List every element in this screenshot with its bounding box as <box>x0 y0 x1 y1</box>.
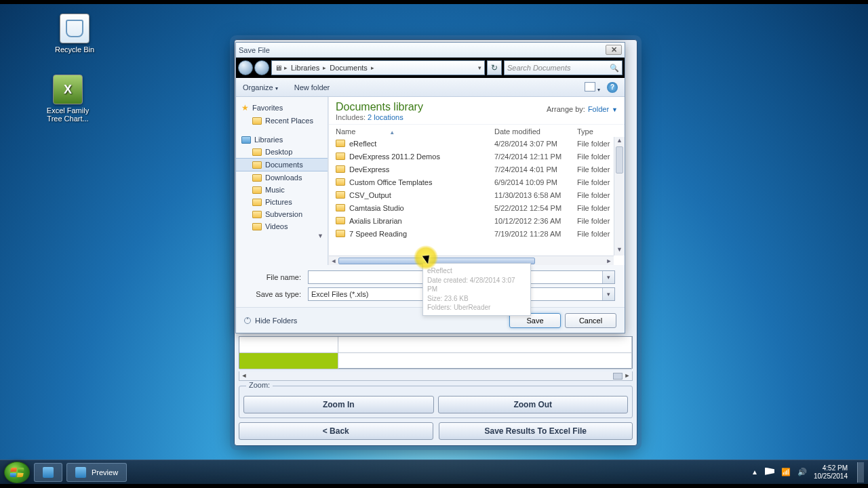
show-desktop-button[interactable] <box>857 462 864 483</box>
folder-icon <box>336 152 345 160</box>
close-button[interactable]: ✕ <box>606 45 622 55</box>
file-row[interactable]: eReflect4/28/2014 3:07 PMFile folder <box>329 137 625 150</box>
nav-desktop[interactable]: Desktop <box>236 146 328 158</box>
col-type[interactable]: Type <box>577 127 618 136</box>
search-input[interactable]: Search Documents 🔍 <box>504 60 623 75</box>
file-row[interactable]: Custom Office Templates6/9/2014 10:09 PM… <box>329 176 625 188</box>
zoom-out-button[interactable]: Zoom Out <box>438 396 629 413</box>
col-date[interactable]: Date modified <box>494 127 577 136</box>
star-icon: ★ <box>241 103 249 113</box>
recycle-bin[interactable]: Recycle Bin <box>47 14 102 54</box>
nav-subversion[interactable]: Subversion <box>236 208 328 220</box>
breadcrumb-documents[interactable]: Documents <box>328 64 369 72</box>
savetype-dropdown-icon[interactable]: ▾ <box>602 288 614 300</box>
file-vscroll[interactable]: ▲▼ <box>614 137 625 256</box>
file-name: Axialis Librarian <box>349 217 494 225</box>
favorites-header[interactable]: ★Favorites <box>236 101 328 115</box>
nav-scroll-down[interactable]: ▼ <box>236 232 328 239</box>
zoom-in-button[interactable]: Zoom In <box>243 396 434 413</box>
savetype-label: Save as type: <box>245 290 308 298</box>
back-button[interactable]: < Back <box>239 422 433 440</box>
clock[interactable]: 4:52 PM 10/25/2014 <box>814 464 848 480</box>
cancel-button[interactable]: Cancel <box>565 313 616 328</box>
grid-hscroll[interactable]: ◄► <box>239 371 633 381</box>
arrange-by-value[interactable]: Folder <box>588 105 609 113</box>
tooltip-name: eReflect <box>427 266 526 276</box>
file-row[interactable]: 7 Speed Reading7/19/2012 11:28 AMFile fo… <box>329 227 625 240</box>
file-date: 6/9/2014 10:09 PM <box>494 178 577 186</box>
excel-family-tree-shortcut[interactable]: Excel Family Tree Chart... <box>41 75 95 123</box>
breadcrumb-dropdown-icon[interactable]: ▾ <box>478 64 481 71</box>
excel-app-icon <box>53 75 83 104</box>
file-type: File folder <box>577 152 618 161</box>
network-icon[interactable]: 📶 <box>781 468 791 476</box>
includes-link[interactable]: 2 locations <box>368 113 403 121</box>
file-row[interactable]: DevExpress 2011.2 Demos7/24/2014 12:11 P… <box>329 150 625 163</box>
filename-dropdown-icon[interactable]: ▾ <box>602 271 614 283</box>
save-results-button[interactable]: Save Results To Excel File <box>439 422 633 440</box>
nav-documents[interactable]: Documents <box>236 158 328 171</box>
app-icon <box>75 467 86 478</box>
file-row[interactable]: DevExpress7/24/2014 4:01 PMFile folder <box>329 163 625 176</box>
refresh-button[interactable]: ↻ <box>487 60 502 75</box>
organize-menu[interactable]: Organize ▾ <box>243 83 278 92</box>
system-tray[interactable]: ▲ 📶 🔊 4:52 PM 10/25/2014 <box>751 462 864 483</box>
file-type: File folder <box>577 230 618 238</box>
nav-forward-button[interactable] <box>254 60 269 75</box>
navigation-pane: ★Favorites Recent Places Libraries Deskt… <box>236 97 328 265</box>
arrange-by-dropdown-icon[interactable]: ▼ <box>612 106 618 113</box>
dialog-title: Save File <box>239 46 270 54</box>
tooltip-created: Date created: 4/28/2014 3:07 PM <box>427 276 526 294</box>
help-button[interactable]: ? <box>607 82 618 93</box>
taskbar-item-media[interactable] <box>34 463 62 482</box>
clock-time: 4:52 PM <box>814 464 848 472</box>
hide-folders-button[interactable]: ˄ Hide Folders <box>244 317 297 325</box>
file-date: 10/12/2012 2:36 AM <box>494 217 577 225</box>
taskbar-item-preview[interactable]: Preview <box>66 463 127 482</box>
view-menu[interactable]: ▾ <box>585 82 600 93</box>
folder-icon <box>336 217 345 224</box>
file-row[interactable]: CSV_Output11/30/2013 6:58 AMFile folder <box>329 188 625 201</box>
nav-music[interactable]: Music <box>236 184 328 196</box>
col-name[interactable]: Name <box>336 127 355 136</box>
nav-videos[interactable]: Videos <box>236 220 328 232</box>
file-name: CSV_Output <box>349 191 494 199</box>
nav-pictures[interactable]: Pictures <box>236 196 328 208</box>
breadcrumb-libraries[interactable]: Libraries <box>290 64 321 72</box>
tooltip-folders: Folders: UberReader <box>427 303 526 312</box>
file-date: 11/30/2013 6:58 AM <box>494 191 577 199</box>
new-folder-button[interactable]: New folder <box>294 83 330 92</box>
file-date: 4/28/2014 3:07 PM <box>494 140 577 148</box>
folder-tooltip: eReflect Date created: 4/28/2014 3:07 PM… <box>422 263 531 316</box>
file-name: DevExpress <box>349 165 494 174</box>
taskbar[interactable]: Preview ▲ 📶 🔊 4:52 PM 10/25/2014 <box>0 460 868 484</box>
start-button[interactable] <box>4 462 30 483</box>
clock-date: 10/25/2014 <box>814 472 848 481</box>
dialog-titlebar[interactable]: Save File ✕ <box>236 43 625 58</box>
file-row[interactable]: Axialis Librarian10/12/2012 2:36 AMFile … <box>329 214 625 227</box>
file-date: 7/19/2012 11:28 AM <box>494 230 577 238</box>
action-center-icon[interactable] <box>765 468 774 477</box>
includes-label: Includes: <box>336 113 366 121</box>
recycle-bin-label: Recycle Bin <box>47 45 102 54</box>
filename-label: File name: <box>245 273 308 281</box>
volume-icon[interactable]: 🔊 <box>797 468 807 476</box>
folder-icon <box>336 178 345 186</box>
file-row[interactable]: Camtasia Studio5/22/2012 12:54 PMFile fo… <box>329 201 625 214</box>
file-type: File folder <box>577 178 618 186</box>
column-headers[interactable]: Name▲ Date modified Type <box>329 124 625 137</box>
libraries-header[interactable]: Libraries <box>236 134 328 146</box>
tray-overflow-icon[interactable]: ▲ <box>751 468 758 476</box>
breadcrumb[interactable]: 🖥▸ Libraries▸ Documents▸ ▾ <box>271 60 485 75</box>
chevron-up-icon: ˄ <box>244 317 251 324</box>
nav-downloads[interactable]: Downloads <box>236 171 328 184</box>
file-type: File folder <box>577 140 618 148</box>
zoom-group: Zoom: Zoom In Zoom Out <box>239 386 633 418</box>
file-date: 7/24/2014 4:01 PM <box>494 165 577 174</box>
search-icon: 🔍 <box>610 64 619 73</box>
nav-recent-places[interactable]: Recent Places <box>236 115 328 127</box>
file-name: Camtasia Studio <box>349 204 494 212</box>
address-bar: 🖥▸ Libraries▸ Documents▸ ▾ ↻ Search Docu… <box>236 58 625 78</box>
folder-icon <box>336 204 345 211</box>
nav-back-button[interactable] <box>238 60 253 75</box>
